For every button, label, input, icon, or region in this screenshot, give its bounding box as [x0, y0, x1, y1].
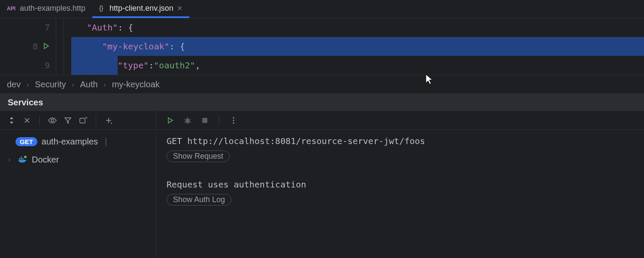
svg-point-9: [185, 118, 190, 123]
json-file-icon: {}: [99, 5, 106, 12]
svg-point-8: [24, 156, 27, 158]
svg-point-13: [233, 122, 234, 123]
docker-icon: [18, 155, 27, 164]
json-key: "type": [118, 60, 149, 71]
json-punct: : {: [118, 22, 133, 33]
svg-point-11: [233, 117, 234, 118]
toolbar-divider: [96, 115, 96, 126]
svg-rect-10: [202, 118, 207, 123]
services-body: GET auth-examples | › Docker: [0, 111, 644, 258]
tab-auth-examples[interactable]: API auth-examples.http: [0, 0, 92, 18]
collapse-icon[interactable]: [21, 115, 33, 126]
chevron-right-icon[interactable]: ›: [9, 156, 14, 163]
expand-collapse-icon[interactable]: [6, 115, 17, 126]
toolbar-divider: [219, 115, 219, 126]
line-number: 9: [45, 60, 50, 71]
svg-rect-4: [19, 158, 20, 160]
services-tool-window-header[interactable]: Services: [0, 94, 644, 111]
svg-text:API: API: [7, 6, 15, 12]
tree-item-auth-examples[interactable]: GET auth-examples |: [0, 132, 156, 150]
breadcrumb-segment[interactable]: Auth: [80, 80, 98, 89]
json-comma: ,: [195, 60, 200, 71]
eye-icon[interactable]: [47, 115, 58, 126]
line-number: 8: [33, 41, 38, 52]
auth-message: Request uses authentication: [167, 179, 634, 190]
group-icon[interactable]: [78, 115, 89, 126]
editor-tab-bar: API auth-examples.http {} http-client.en…: [0, 0, 644, 18]
http-method-badge: GET: [15, 137, 37, 146]
toolbar-divider: [39, 115, 40, 126]
tree-item-docker[interactable]: › Docker: [0, 150, 156, 169]
json-key: "my-keycloak": [102, 41, 170, 52]
tree-item-suffix: |: [105, 137, 107, 147]
debug-icon[interactable]: [182, 115, 193, 126]
chevron-right-icon: ›: [72, 81, 74, 88]
code-editor[interactable]: 7 "Auth": { 8 "my-keycloak": { 9 "type":…: [0, 18, 644, 75]
mouse-cursor-icon: [425, 74, 434, 88]
svg-rect-6: [22, 158, 24, 160]
line-number: 7: [45, 22, 50, 33]
run-icon[interactable]: [165, 115, 176, 126]
json-value: "oauth2": [154, 60, 195, 71]
output-area: GET http://localhost:8081/resource-serve…: [156, 130, 644, 212]
add-icon[interactable]: [103, 115, 114, 126]
chevron-right-icon: ›: [104, 81, 106, 88]
tree-item-label: auth-examples: [42, 137, 98, 147]
json-colon: :: [149, 60, 154, 71]
code-line-8[interactable]: 8 "my-keycloak": {: [0, 37, 644, 56]
show-auth-log-button[interactable]: Show Auth Log: [167, 194, 231, 206]
services-output-panel: GET http://localhost:8081/resource-serve…: [156, 111, 644, 258]
stop-icon[interactable]: [199, 115, 210, 126]
show-request-button[interactable]: Show Request: [167, 150, 230, 162]
code-line-7[interactable]: 7 "Auth": {: [0, 18, 644, 37]
svg-rect-3: [80, 118, 85, 123]
close-icon[interactable]: ✕: [177, 5, 182, 12]
tab-label: http-client.env.json: [109, 4, 173, 13]
services-left-toolbar: [0, 111, 156, 130]
svg-rect-5: [21, 158, 22, 160]
more-icon[interactable]: [228, 115, 239, 126]
breadcrumb-segment[interactable]: Security: [35, 80, 66, 89]
tree-item-label: Docker: [32, 155, 59, 165]
breadcrumb-segment[interactable]: dev: [7, 80, 21, 89]
services-right-toolbar: [156, 111, 644, 130]
json-punct: : {: [170, 41, 185, 52]
svg-point-2: [51, 119, 54, 122]
json-key: "Auth": [87, 22, 118, 33]
svg-point-12: [233, 120, 234, 121]
services-title: Services: [8, 98, 43, 108]
svg-rect-7: [21, 157, 22, 158]
chevron-right-icon: ›: [27, 81, 29, 88]
code-line-9[interactable]: 9 "type": "oauth2",: [0, 56, 644, 75]
svg-text:{}: {}: [99, 5, 103, 12]
tab-http-client-env[interactable]: {} http-client.env.json ✕: [92, 0, 189, 18]
breadcrumb-segment[interactable]: my-keycloak: [112, 80, 160, 89]
api-file-icon: API: [7, 6, 16, 12]
breadcrumb: dev › Security › Auth › my-keycloak: [0, 75, 644, 94]
filter-icon[interactable]: [62, 115, 73, 126]
tab-label: auth-examples.http: [20, 4, 85, 13]
request-line: GET http://localhost:8081/resource-serve…: [167, 136, 634, 146]
services-tree-panel: GET auth-examples | › Docker: [0, 111, 156, 258]
run-gutter-icon[interactable]: [43, 42, 50, 51]
services-tree: GET auth-examples | › Docker: [0, 130, 156, 171]
